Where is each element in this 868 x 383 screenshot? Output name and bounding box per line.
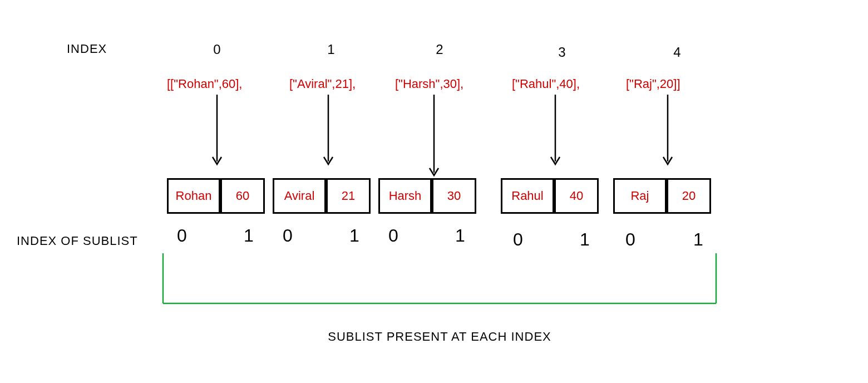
sublist-index-label: INDEX OF SUBLIST (17, 234, 138, 248)
literal-4: ["Raj",20]] (626, 77, 680, 91)
sub-index-3-1: 1 (576, 229, 593, 250)
arrow-down-icon (323, 95, 334, 173)
sublist-box-4: Raj 20 (613, 178, 711, 214)
sub-index-1-1: 1 (346, 225, 363, 246)
literal-3: ["Rahul",40], (512, 77, 580, 91)
sublist-box-2: Harsh 30 (378, 178, 476, 214)
cell-value-2: 30 (432, 178, 476, 214)
span-bracket-icon (161, 253, 718, 309)
sub-index-2-0: 0 (385, 225, 402, 246)
cell-name-3: Rahul (501, 178, 554, 214)
sub-index-0-0: 0 (174, 225, 190, 246)
sub-index-2-1: 1 (452, 225, 468, 246)
sub-index-1-0: 0 (279, 225, 296, 246)
index-label: INDEX (67, 42, 107, 56)
outer-index-4: 4 (666, 45, 688, 60)
sublist-box-0: Rohan 60 (167, 178, 265, 214)
arrow-down-icon (662, 95, 673, 173)
arrow-down-icon (550, 95, 561, 173)
cell-name-0: Rohan (167, 178, 220, 214)
outer-index-2: 2 (428, 42, 451, 57)
literal-1: ["Aviral",21], (289, 77, 356, 91)
literal-0: [["Rohan",60], (167, 77, 242, 91)
sub-index-4-1: 1 (690, 229, 707, 250)
sublist-box-3: Rahul 40 (501, 178, 599, 214)
cell-value-0: 60 (220, 178, 265, 214)
arrow-down-icon (428, 95, 440, 184)
cell-name-4: Raj (613, 178, 667, 214)
cell-value-4: 20 (667, 178, 711, 214)
cell-value-3: 40 (554, 178, 599, 214)
arrow-down-icon (211, 95, 223, 173)
caption: SUBLIST PRESENT AT EACH INDEX (300, 330, 579, 344)
sub-index-4-0: 0 (622, 229, 639, 250)
cell-name-2: Harsh (378, 178, 432, 214)
cell-name-1: Aviral (273, 178, 326, 214)
sub-index-3-0: 0 (510, 229, 526, 250)
cell-value-1: 21 (326, 178, 371, 214)
literal-2: ["Harsh",30], (395, 77, 463, 91)
sublist-box-1: Aviral 21 (273, 178, 371, 214)
outer-index-0: 0 (206, 42, 228, 57)
outer-index-1: 1 (320, 42, 342, 57)
sub-index-0-1: 1 (240, 225, 257, 246)
outer-index-3: 3 (551, 45, 573, 60)
